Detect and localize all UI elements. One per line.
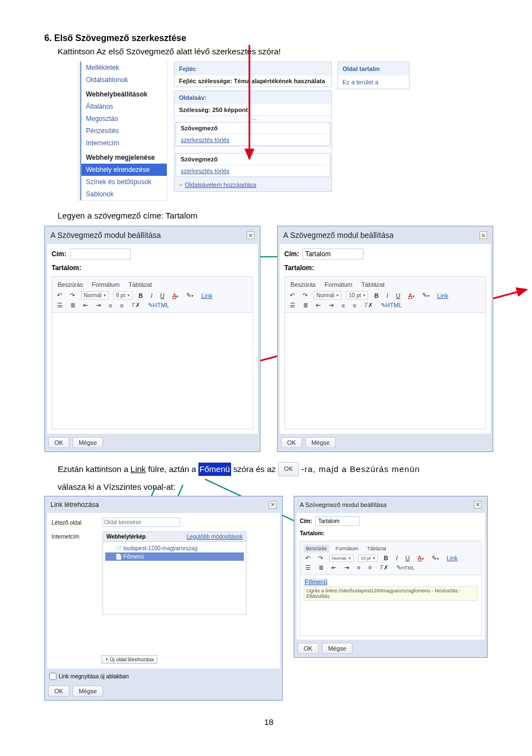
ul-icon[interactable]: ≣ (317, 564, 325, 571)
menu-colors-fonts[interactable]: Színek és betűtípusok (81, 176, 167, 188)
ul-icon[interactable]: ≣ (69, 302, 77, 309)
clear-format-icon[interactable]: T✗ (362, 302, 375, 309)
textbox-2-delete[interactable]: törlés (214, 168, 229, 174)
undo-icon[interactable]: ↶ (288, 292, 296, 299)
align-left-icon[interactable]: ≡ (340, 302, 346, 309)
cancel-button[interactable]: Mégse (73, 437, 103, 448)
align-center-icon[interactable]: ≡ (366, 564, 373, 571)
redo-icon[interactable]: ↷ (68, 292, 76, 299)
text-color-icon[interactable]: A▾ (171, 292, 180, 299)
tab-insert[interactable]: Beszúrás (55, 280, 85, 289)
highlight-icon[interactable]: ✎▾ (430, 555, 441, 562)
menu-general[interactable]: Általános (81, 100, 167, 113)
bold-icon[interactable]: B (372, 292, 380, 299)
textbox-2-edit[interactable]: szerkesztés (181, 168, 213, 174)
html-button[interactable]: ✎HTML (146, 302, 171, 309)
outdent-icon[interactable]: ⇤ (330, 564, 338, 571)
align-center-icon[interactable]: ≡ (351, 302, 357, 309)
cancel-button[interactable]: Mégse (322, 643, 352, 654)
link-button[interactable]: Link (445, 555, 459, 561)
italic-icon[interactable]: I (385, 292, 390, 299)
indent-icon[interactable]: ⇥ (342, 564, 351, 571)
tree-item-selected[interactable]: 📄 Főmenü (105, 552, 244, 561)
text-color-icon[interactable]: A▾ (406, 292, 416, 299)
html-button[interactable]: ✎HTML (379, 302, 404, 309)
recent-changes-link[interactable]: Legutóbb módosítások (187, 534, 243, 540)
cim-input[interactable] (70, 248, 131, 260)
undo-icon[interactable]: ↶ (304, 555, 312, 562)
add-sidebar-item[interactable]: +Oldalsávelem hozzáadása (175, 178, 331, 191)
menu-site-layout[interactable]: Webhely elrendezése (81, 164, 167, 176)
cim-input[interactable] (303, 248, 364, 260)
tab-table[interactable]: Táblázat (126, 280, 154, 289)
textbox-1-edit[interactable]: szerkesztés (181, 136, 213, 143)
menu-monetize[interactable]: Pénzesítés (81, 125, 167, 137)
outdent-icon[interactable]: ⇤ (314, 302, 323, 309)
open-new-window-checkbox[interactable] (49, 673, 57, 680)
redo-icon[interactable]: ↷ (316, 555, 325, 562)
ok-button[interactable]: OK (48, 437, 69, 448)
add-new-page-button[interactable]: +Új oldal létrehozása (101, 655, 157, 664)
ol-icon[interactable]: ☰ (55, 302, 64, 309)
tab-insert[interactable]: Beszúrás (304, 545, 329, 552)
menu-page-templates[interactable]: Oldalsablonok (81, 74, 167, 86)
bold-icon[interactable]: B (137, 292, 145, 299)
ul-icon[interactable]: ≣ (301, 302, 310, 309)
tab-table[interactable]: Táblázat (365, 545, 389, 552)
ol-icon[interactable]: ☰ (288, 302, 297, 309)
link-button[interactable]: Link (436, 292, 450, 299)
ok-button[interactable]: OK (281, 437, 302, 448)
close-icon[interactable]: ✕ (269, 501, 277, 509)
cim-input[interactable] (315, 516, 360, 526)
cancel-button[interactable]: Mégse (305, 437, 336, 448)
align-center-icon[interactable]: ≡ (118, 302, 125, 309)
clear-format-icon[interactable]: T✗ (130, 302, 142, 309)
italic-icon[interactable]: I (149, 292, 154, 299)
format-select[interactable]: Normál (81, 291, 109, 300)
size-select[interactable]: 10 pt (346, 291, 368, 300)
editor-area[interactable] (52, 313, 253, 429)
size-select[interactable]: 8 pt (113, 291, 132, 300)
highlight-icon[interactable]: ✎▾ (185, 292, 195, 299)
cancel-button[interactable]: Mégse (73, 686, 103, 697)
format-select[interactable]: Normál (329, 555, 354, 562)
underline-icon[interactable]: U (395, 292, 402, 299)
align-left-icon[interactable]: ≡ (107, 302, 114, 309)
clear-format-icon[interactable]: T✗ (378, 564, 390, 571)
editor-area[interactable]: Főmenü Ugrás a linkre://site/budapest120… (300, 575, 482, 636)
underline-icon[interactable]: U (158, 292, 166, 299)
menu-web-address[interactable]: Internetcím (81, 137, 167, 149)
text-color-icon[interactable]: A▾ (416, 555, 426, 561)
menu-sharing[interactable]: Megosztás (81, 113, 167, 125)
highlight-icon[interactable]: ✎▾ (421, 292, 431, 299)
redo-icon[interactable]: ↷ (301, 292, 309, 299)
undo-icon[interactable]: ↶ (55, 292, 64, 299)
format-select[interactable]: Normál (314, 291, 341, 300)
page-search-input[interactable] (103, 517, 180, 527)
ok-button[interactable]: OK (298, 643, 319, 654)
ol-icon[interactable]: ☰ (304, 564, 313, 571)
tree-item[interactable]: 📄 budapest-1200-magyarorszag (105, 544, 244, 552)
tab-format[interactable]: Formátum (323, 280, 355, 289)
close-icon[interactable]: ✕ (479, 231, 487, 239)
link-button[interactable]: Link (200, 292, 214, 299)
tab-insert[interactable]: Beszúrás (288, 280, 318, 289)
tab-table[interactable]: Táblázat (359, 280, 387, 289)
underline-icon[interactable]: U (404, 555, 412, 561)
editor-area[interactable] (284, 313, 486, 429)
italic-icon[interactable]: I (395, 555, 400, 561)
menu-attachments[interactable]: Mellékletek (81, 62, 167, 74)
ok-button[interactable]: OK (48, 686, 69, 697)
close-icon[interactable]: ✕ (247, 231, 254, 239)
menu-templates[interactable]: Sablonok (81, 188, 167, 200)
size-select[interactable]: 10 pt (358, 555, 378, 562)
bold-icon[interactable]: B (382, 555, 390, 561)
indent-icon[interactable]: ⇥ (327, 302, 335, 309)
tab-format[interactable]: Formátum (334, 545, 361, 552)
inserted-link[interactable]: Főmenü (304, 579, 328, 585)
textbox-1-delete[interactable]: törlés (214, 136, 229, 143)
outdent-icon[interactable]: ⇤ (81, 302, 90, 309)
ok-button-inline[interactable]: OK (278, 462, 299, 476)
close-icon[interactable]: ✕ (474, 501, 482, 509)
indent-icon[interactable]: ⇥ (94, 302, 103, 309)
